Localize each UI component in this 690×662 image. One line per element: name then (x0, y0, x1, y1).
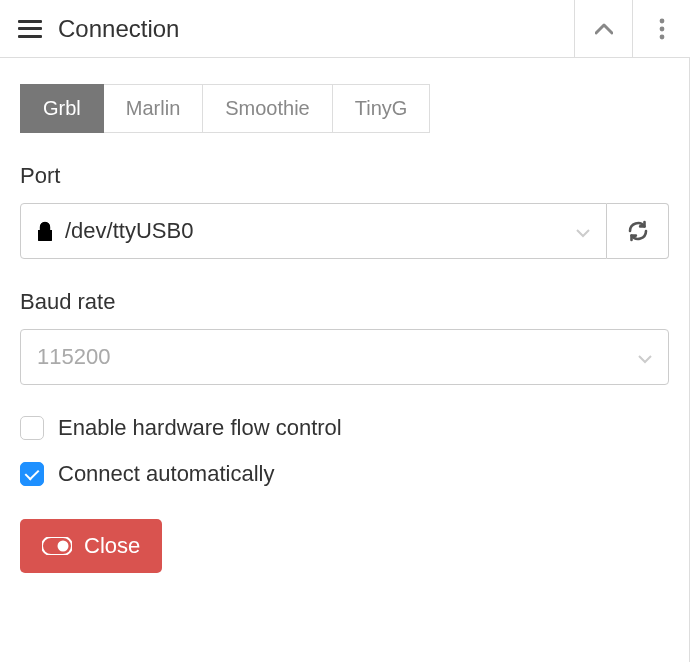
menu-icon[interactable] (18, 20, 42, 38)
close-button-label: Close (84, 533, 140, 559)
baud-label: Baud rate (20, 289, 669, 315)
tab-marlin[interactable]: Marlin (104, 84, 203, 133)
baud-row: 115200 (20, 329, 669, 385)
svg-point-1 (659, 26, 664, 31)
panel-header: Connection (0, 0, 690, 58)
panel-title: Connection (58, 15, 179, 43)
more-vertical-icon (659, 18, 665, 40)
svg-rect-3 (38, 230, 52, 241)
chevron-up-icon (595, 23, 613, 35)
more-button[interactable] (632, 0, 690, 57)
checkbox-box (20, 416, 44, 440)
port-value: /dev/ttyUSB0 (65, 218, 193, 244)
auto-connect-label: Connect automatically (58, 461, 274, 487)
svg-point-0 (659, 18, 664, 23)
tab-grbl[interactable]: Grbl (20, 84, 104, 133)
baud-value: 115200 (37, 344, 110, 370)
tab-smoothie[interactable]: Smoothie (203, 84, 333, 133)
port-select[interactable]: /dev/ttyUSB0 (20, 203, 607, 259)
checkbox-box (20, 462, 44, 486)
flow-control-checkbox[interactable]: Enable hardware flow control (20, 415, 669, 441)
flow-control-label: Enable hardware flow control (58, 415, 342, 441)
header-actions (574, 0, 690, 57)
port-row: /dev/ttyUSB0 (20, 203, 669, 259)
refresh-button[interactable] (607, 203, 669, 259)
lock-icon (37, 221, 53, 241)
toggle-on-icon (42, 537, 72, 555)
caret-down-icon (576, 218, 590, 244)
header-left: Connection (0, 15, 574, 43)
svg-point-2 (659, 34, 664, 39)
port-label: Port (20, 163, 669, 189)
controller-tabs: Grbl Marlin Smoothie TinyG (20, 84, 669, 133)
collapse-button[interactable] (574, 0, 632, 57)
tab-tinyg[interactable]: TinyG (333, 84, 431, 133)
auto-connect-checkbox[interactable]: Connect automatically (20, 461, 669, 487)
refresh-icon (627, 220, 649, 242)
baud-select[interactable]: 115200 (20, 329, 669, 385)
panel-body: Grbl Marlin Smoothie TinyG Port /dev/tty… (0, 58, 690, 662)
close-button[interactable]: Close (20, 519, 162, 573)
caret-down-icon (638, 344, 652, 370)
svg-point-5 (58, 541, 69, 552)
